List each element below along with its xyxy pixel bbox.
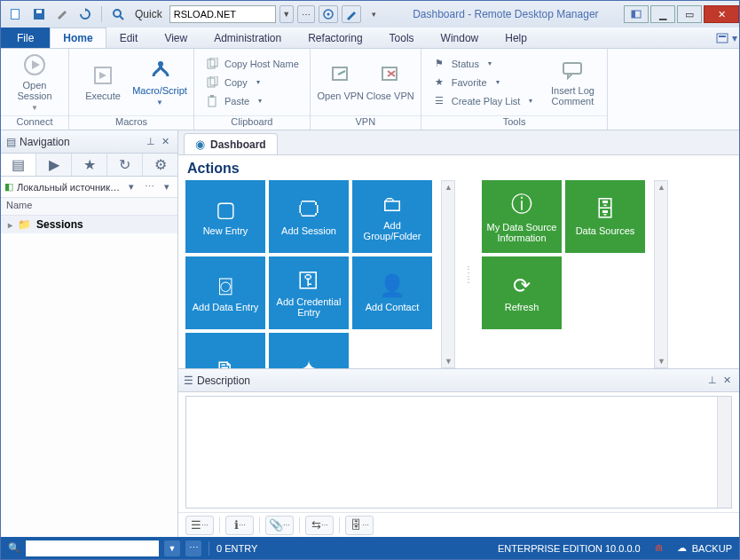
folder-icon: 🗀: [382, 192, 403, 217]
qat-refresh-icon[interactable]: [75, 4, 95, 24]
tile-extra-1[interactable]: 🗎: [185, 333, 265, 368]
status-search-input[interactable]: [26, 540, 159, 556]
open-session-button[interactable]: Open Session ▼: [6, 51, 63, 114]
close-panel-icon[interactable]: ✕: [158, 136, 172, 147]
description-body[interactable]: [185, 396, 732, 509]
desc-share-icon[interactable]: ⇆⋯: [305, 516, 334, 535]
ribbon: Open Session ▼ Connect Execute Macro/Scr…: [1, 49, 739, 130]
quick-target-icon[interactable]: [319, 5, 338, 23]
status-backup[interactable]: ☁BACKUP: [670, 537, 739, 559]
tile-extra-2[interactable]: ✦: [269, 333, 349, 368]
file-menu[interactable]: File: [1, 28, 50, 48]
maximize-button[interactable]: ▭: [677, 5, 702, 23]
desc-list-icon[interactable]: ☰⋯: [185, 516, 214, 535]
actions-header: Actions: [178, 155, 739, 180]
copy-button[interactable]: Copy▾: [200, 74, 304, 91]
copy-icon: [205, 57, 219, 71]
favorite-button[interactable]: ★Favorite▾: [427, 74, 539, 91]
green-scroll[interactable]: [654, 180, 668, 368]
page-icon: ▢: [216, 197, 236, 222]
tab-view[interactable]: View: [151, 28, 201, 48]
quick-dropdown-icon[interactable]: ▼: [279, 5, 294, 23]
paste-button[interactable]: Paste▾: [200, 92, 304, 110]
macro-script-button[interactable]: Macro/Script ▼: [131, 51, 188, 114]
open-vpn-button[interactable]: Open VPN: [316, 51, 366, 114]
monitor-icon: 🖵: [298, 197, 319, 222]
tree-node-sessions[interactable]: ▸ 📁 Sessions: [1, 216, 177, 233]
refresh-icon: ⟳: [513, 273, 531, 298]
playlist-button[interactable]: ☰Create Play List▾: [427, 92, 539, 110]
tab-edit[interactable]: Edit: [106, 28, 152, 48]
env-dropdown[interactable]: ▾: [714, 28, 739, 48]
status-button[interactable]: ⚑Status▾: [427, 55, 539, 73]
tab-window[interactable]: Window: [428, 28, 492, 48]
session-tree: ▸ 📁 Sessions: [1, 216, 177, 537]
document-icon: 🗎: [215, 357, 236, 368]
name-column-header[interactable]: Name: [1, 198, 177, 216]
nav-toolbar: ▤ ▶ ★ ↻ ⚙: [1, 154, 177, 177]
tab-administration[interactable]: Administration: [201, 28, 295, 48]
tile-add-data-entry[interactable]: ⌼Add Data Entry: [185, 256, 265, 329]
svg-rect-11: [719, 35, 726, 37]
tab-home[interactable]: Home: [50, 28, 106, 48]
quick-access-toolbar: Quick ▼ ⋯ ▾: [1, 4, 390, 24]
desc-close-icon[interactable]: ✕: [720, 375, 734, 386]
svg-line-5: [120, 16, 123, 20]
nav-tab-recent-icon[interactable]: ↻: [107, 154, 143, 176]
desc-attach-icon[interactable]: 📎⋯: [265, 516, 294, 535]
tab-dashboard[interactable]: ◉ Dashboard: [184, 133, 278, 154]
desc-pin-icon[interactable]: ⊥: [705, 375, 720, 386]
tile-new-entry[interactable]: ▢New Entry: [185, 180, 265, 253]
desc-info-icon[interactable]: ℹ⋯: [225, 516, 254, 535]
nav-tab-list-icon[interactable]: ▤: [1, 154, 36, 176]
list-icon: ☰: [432, 94, 446, 108]
minimize-button[interactable]: ▁: [650, 5, 675, 23]
status-search-more[interactable]: ⋯: [185, 540, 201, 556]
execute-button[interactable]: Execute: [75, 51, 131, 114]
tab-refactoring[interactable]: Refactoring: [295, 28, 375, 48]
tile-datasource-info[interactable]: ⓘMy Data Source Information: [482, 180, 562, 253]
tile-add-session[interactable]: 🖵Add Session: [269, 180, 349, 253]
tile-data-sources[interactable]: 🗄Data Sources: [565, 180, 645, 253]
status-search-icon[interactable]: 🔍: [8, 542, 20, 554]
nav-tab-settings-icon[interactable]: ⚙: [143, 154, 177, 176]
pin-icon[interactable]: ⊥: [144, 136, 158, 147]
datasource-selector[interactable]: ◧ Локальный источник д... ▾ ⋯ ▾: [1, 177, 177, 198]
qat-save-icon[interactable]: [29, 4, 49, 24]
nav-tab-play-icon[interactable]: ▶: [36, 154, 72, 176]
qat-overflow-icon[interactable]: ▾: [365, 4, 384, 24]
window-title: Dashboard - Remote Desktop Manager: [390, 8, 622, 20]
svg-point-4: [114, 10, 121, 17]
datasource-more-icon[interactable]: ⋯: [142, 181, 156, 193]
quick-more-icon[interactable]: ⋯: [297, 5, 315, 23]
tile-add-group[interactable]: 🗀Add Group/Folder: [352, 180, 432, 253]
tile-add-credential[interactable]: ⚿Add Credential Entry: [269, 256, 349, 329]
insert-log-button[interactable]: Insert Log Comment: [543, 51, 602, 114]
nav-tab-star-icon[interactable]: ★: [72, 154, 107, 176]
quick-brush-icon[interactable]: [342, 5, 361, 23]
tab-tools[interactable]: Tools: [376, 28, 428, 48]
tile-add-contact[interactable]: 👤Add Contact: [352, 256, 432, 329]
blue-scroll[interactable]: [441, 180, 455, 368]
splitter-handle[interactable]: ⋮⋮: [464, 180, 473, 368]
status-edition: ENTERPRISE EDITION 10.0.0.0: [491, 537, 648, 559]
person-icon: 👤: [379, 273, 405, 298]
search-icon[interactable]: [108, 4, 128, 24]
status-search-dropdown[interactable]: ▼: [164, 540, 180, 556]
vpn-open-icon: [328, 63, 353, 88]
magnet-icon[interactable]: ⋒: [655, 542, 663, 554]
datasource-dropdown-icon[interactable]: ▾: [124, 181, 138, 193]
copy-host-button[interactable]: Copy Host Name: [200, 55, 304, 73]
qat-new-icon[interactable]: [6, 4, 26, 24]
close-button[interactable]: ✕: [704, 5, 739, 23]
window-help-icon[interactable]: [624, 5, 649, 23]
cloud-icon: ☁: [677, 542, 687, 554]
datasource-overflow-icon[interactable]: ▾: [160, 181, 174, 193]
tile-refresh[interactable]: ⟳Refresh: [482, 256, 562, 329]
desc-db-icon[interactable]: 🗄⋯: [345, 516, 374, 535]
tab-help[interactable]: Help: [492, 28, 540, 48]
quick-search-input[interactable]: [169, 5, 276, 23]
qat-edit-icon[interactable]: [52, 4, 72, 24]
description-scrollbar[interactable]: [717, 397, 731, 508]
close-vpn-button[interactable]: Close VPN: [366, 51, 415, 114]
